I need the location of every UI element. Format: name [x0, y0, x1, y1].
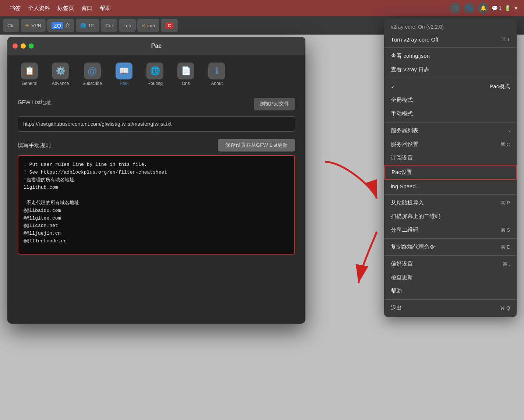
copy-proxy-shortcut: ⌘ E — [501, 244, 510, 250]
tab-pac[interactable]: 📖 Pac- — [109, 60, 139, 89]
window-tab-nav: 📋 General ⚙️ Advance @ Subscribe 📖 Pac- … — [7, 55, 305, 89]
wifi-icon: ✕ — [514, 5, 518, 11]
tab-imp-icon: R — [142, 23, 145, 28]
tab-intro-badge: ZO — [52, 22, 63, 29]
system-icon-1[interactable]: 🎵 — [450, 3, 461, 14]
tab-about[interactable]: ℹ About — [202, 60, 231, 89]
general-label: General — [22, 81, 38, 86]
menu-quit[interactable]: 退出 ⌘ Q — [384, 301, 517, 315]
menu-share-qr[interactable]: 分享二维码 ⌘ S — [384, 223, 517, 237]
menu-header: v2ray-core: On (v2.2.0) — [384, 21, 517, 33]
menu-manual-mode[interactable]: 手动模式 — [384, 107, 517, 121]
menu-help[interactable]: 帮助 — [384, 284, 517, 298]
share-qr-shortcut: ⌘ S — [501, 227, 510, 233]
globe-icon-tab: 🌐 — [80, 23, 86, 28]
system-icon-3[interactable]: 🔔 — [478, 3, 489, 14]
rules-textarea[interactable] — [18, 155, 295, 255]
tab-12[interactable]: 🌐 12. — [76, 19, 99, 32]
tab-imp[interactable]: R imp — [137, 19, 159, 32]
tab-subscribe[interactable]: @ Subscribe — [77, 60, 108, 89]
view-config-label: 查看 config.json — [391, 53, 430, 60]
general-icon: 📋 — [21, 63, 38, 79]
tab-loa[interactable]: Loa — [119, 19, 136, 32]
menu-bookmarks[interactable]: 书签 — [6, 3, 24, 13]
routing-label: Routing — [148, 81, 163, 86]
divider-5 — [384, 238, 517, 239]
divider-4 — [384, 194, 517, 195]
menu-copy-proxy[interactable]: 复制终端代理命令 ⌘ E — [384, 240, 517, 254]
menu-scan-qr[interactable]: 扫描屏幕上的二维码 — [384, 210, 517, 223]
subscribe-icon: @ — [84, 63, 101, 79]
menubar: 书签 个人资料 标签页 窗口 帮助 🎵 🐾 🔔 💬 1 🔋 ✕ — [0, 0, 524, 16]
manual-rules-label: 填写手动规则 — [18, 142, 51, 149]
preferences-shortcut: ⌘ , — [503, 261, 510, 267]
menu-view-config[interactable]: 查看 config.json — [384, 49, 517, 63]
save-update-button[interactable]: 保存设置并从GFW List更新 — [218, 139, 295, 152]
menu-global-mode[interactable]: 全局模式 — [384, 93, 517, 107]
routing-icon: 🌐 — [146, 63, 163, 79]
tab-clo[interactable]: Clo — [3, 19, 19, 32]
tab-vpn[interactable]: ☀ VPN — [21, 19, 46, 32]
menu-pac-settings[interactable]: Pac设置 — [384, 165, 517, 180]
menu-ping-speed[interactable]: ing Speed... — [384, 180, 517, 193]
tab-imp-label: imp — [147, 23, 155, 28]
tab-c-badge: C — [165, 22, 173, 29]
menu-preferences[interactable]: 偏好设置 ⌘ , — [384, 257, 517, 271]
menu-check-update[interactable]: 检查更新 — [384, 271, 517, 284]
wechat-count: 1 — [499, 5, 502, 11]
divider-6 — [384, 255, 517, 256]
quit-label: 退出 — [391, 305, 402, 312]
advance-icon: ⚙️ — [52, 63, 69, 79]
wechat-badge[interactable]: 💬 1 — [492, 5, 502, 11]
preferences-label: 偏好设置 — [391, 260, 413, 267]
menu-help[interactable]: 帮助 — [96, 3, 114, 13]
menu-server-list[interactable]: 服务器列表 › — [384, 124, 517, 138]
menu-tabs[interactable]: 标签页 — [54, 3, 78, 13]
help-label: 帮助 — [391, 288, 402, 295]
dropdown-menu: v2ray-core: On (v2.2.0) Turn v2ray-core … — [384, 18, 517, 317]
system-icon-2[interactable]: 🐾 — [464, 3, 475, 14]
dns-label: Dns — [182, 81, 190, 86]
tab-intro[interactable]: ZO 介 — [47, 19, 74, 32]
share-qr-label: 分享二维码 — [391, 227, 418, 234]
menu-profile[interactable]: 个人资料 — [24, 3, 54, 13]
menu-pac-mode[interactable]: ✓ Pac模式 — [384, 80, 517, 93]
submenu-arrow: › — [508, 128, 510, 134]
close-button[interactable] — [13, 43, 18, 49]
window-titlebar: Pac — [7, 37, 305, 55]
about-label: About — [211, 81, 223, 86]
menu-import-clipboard[interactable]: 从粘贴板导入 ⌘ P — [384, 196, 517, 210]
menubar-right: 🎵 🐾 🔔 💬 1 🔋 ✕ — [450, 3, 518, 14]
menu-window[interactable]: 窗口 — [78, 3, 96, 13]
server-list-label: 服务器列表 — [391, 127, 418, 134]
ping-speed-label: ing Speed... — [391, 183, 420, 189]
menu-server-settings[interactable]: 服务器设置 ⌘ C — [384, 138, 517, 151]
pac-settings-label: Pac设置 — [392, 169, 412, 176]
window-content: GFW List地址 浏览Pac文件 https://raw.githubuse… — [7, 89, 305, 265]
maximize-button[interactable] — [29, 43, 34, 49]
divider-7 — [384, 299, 517, 300]
tab-advance[interactable]: ⚙️ Advance — [46, 60, 75, 89]
gfw-url-input[interactable]: https://raw.githubusercontent.com/gfwlis… — [18, 116, 295, 132]
menu-view-log[interactable]: 查看 v2ray 日志 — [384, 63, 517, 76]
copy-proxy-label: 复制终端代理命令 — [391, 243, 435, 250]
menu-toggle-v2ray[interactable]: Turn v2ray-core Off ⌘ T — [384, 33, 517, 46]
system-icons: 🎵 🐾 🔔 💬 1 🔋 ✕ — [450, 3, 518, 14]
advance-label: Advance — [52, 81, 69, 86]
toggle-v2ray-label: Turn v2ray-core Off — [391, 36, 438, 43]
tab-vpn-label: VPN — [32, 23, 42, 28]
battery-icon: 🔋 — [504, 5, 511, 11]
minimize-button[interactable] — [21, 43, 26, 49]
menu-subscribe-settings[interactable]: 订阅设置 — [384, 151, 517, 165]
window-title: Pac — [151, 43, 162, 49]
browse-pac-button[interactable]: 浏览Pac文件 — [254, 98, 295, 110]
tab-general[interactable]: 📋 General — [15, 60, 44, 89]
menu-header-text: v2ray-core: On (v2.2.0) — [391, 24, 444, 30]
tab-dns[interactable]: 📄 Dns — [171, 60, 201, 89]
quit-shortcut: ⌘ Q — [500, 305, 510, 311]
import-clipboard-shortcut: ⌘ P — [501, 200, 510, 206]
tab-routing[interactable]: 🌐 Routing — [140, 60, 170, 89]
gfw-field-row: GFW List地址 浏览Pac文件 — [18, 98, 295, 110]
tab-c[interactable]: C — [161, 19, 177, 32]
tab-cre[interactable]: Cre — [101, 19, 117, 32]
